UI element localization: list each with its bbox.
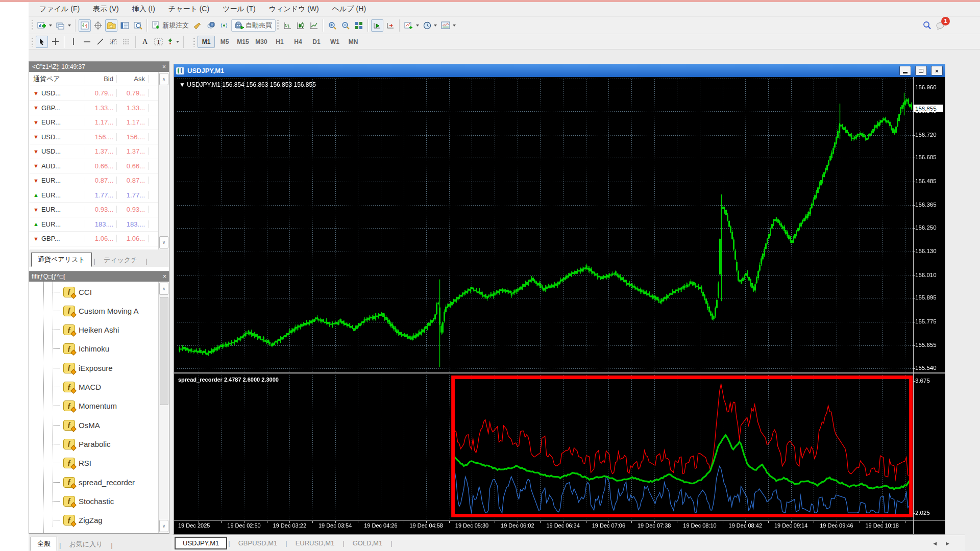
navigator-item-spread-recorder[interactable]: ƒspread_recorder — [53, 476, 135, 488]
navigator-item-zigzag[interactable]: ƒZigZag — [53, 514, 103, 527]
notifications-button[interactable]: 1 — [934, 19, 947, 32]
market-watch-scrollbar[interactable]: ∧∨ — [158, 72, 169, 249]
chart-tab-gold-m1[interactable]: GOLD,M1 — [346, 537, 390, 549]
timeframe-button-w1[interactable]: W1 — [326, 36, 344, 48]
navigator-item-cci[interactable]: ƒCCI — [53, 286, 92, 298]
market-watch-row[interactable]: ▼USD...1.37...1.37... — [29, 144, 169, 159]
column-header[interactable]: Bid — [85, 75, 117, 83]
market-watch-row[interactable]: ▼EUR...1.17...1.17... — [29, 115, 169, 130]
market-watch-tab-0[interactable]: 通貨ペアリスト — [31, 253, 92, 267]
market-watch-row[interactable]: ▼GBP...1.06...1.06... — [29, 232, 169, 246]
strategy-tester-button[interactable] — [132, 19, 144, 32]
navigator-item-rsi[interactable]: ƒRSI — [53, 457, 91, 469]
timeframe-button-m30[interactable]: M30 — [253, 36, 270, 48]
chart-tab-gbpusd-m1[interactable]: GBPUSD,M1 — [231, 537, 285, 549]
navigator-tab-1[interactable]: お気に入り — [63, 538, 109, 551]
column-header[interactable]: 通貨ペア — [29, 74, 85, 84]
navigator-item-heiken-ashi[interactable]: ƒHeiken Ashi — [53, 324, 119, 336]
market-watch-titlebar[interactable]: <C"z1•\Z¦: 10:49:37 × — [29, 62, 169, 72]
market-watch-row[interactable]: ▼USD...0.79...0.79... — [29, 86, 169, 101]
timeframe-button-h4[interactable]: H4 — [289, 36, 307, 48]
new-order-button[interactable]: 新規注文 — [150, 19, 190, 32]
metaeditor-button[interactable] — [205, 19, 217, 32]
navigator-item-parabolic[interactable]: ƒParabolic — [53, 438, 111, 450]
market-watch-row[interactable]: ▼USD...156....156.... — [29, 130, 169, 145]
chart-tab-usdjpy-m1[interactable]: USDJPY,M1 — [175, 537, 227, 549]
profiles-button[interactable] — [55, 19, 72, 32]
navigator-scrollbar[interactable]: ∧ ∨ — [158, 282, 169, 533]
toolbar-grip[interactable] — [32, 20, 33, 31]
market-watch-row[interactable]: ▼GBP...1.33...1.33... — [29, 101, 169, 116]
toolbar-grip[interactable] — [32, 37, 33, 47]
navigator-toggle[interactable] — [105, 19, 117, 32]
timeframe-button-m5[interactable]: M5 — [216, 36, 233, 48]
scroll-down-icon[interactable]: ∨ — [159, 520, 168, 532]
menu-item-h[interactable]: ヘルプ (H) — [326, 3, 373, 16]
menu-item-i[interactable]: 挿入 (I) — [126, 3, 162, 16]
indicators-button[interactable] — [403, 19, 421, 32]
timeframe-button-d1[interactable]: D1 — [308, 36, 325, 48]
close-icon[interactable]: × — [163, 273, 166, 280]
templates-button[interactable] — [439, 19, 457, 32]
market-watch-table[interactable]: 通貨ペアBidAsk▼USD...0.79...0.79...▼GBP...1.… — [29, 72, 169, 249]
price-chart-canvas[interactable] — [174, 77, 945, 534]
menu-item-c[interactable]: チャート (C) — [162, 3, 216, 16]
periods-button[interactable] — [422, 19, 438, 32]
chart-titlebar[interactable]: USDJPY,M1 × — [174, 64, 945, 77]
scroll-up-icon[interactable]: ∧ — [159, 283, 168, 295]
navigator-tree[interactable]: ƒCCIƒCustom Moving AƒHeiken AshiƒIchimok… — [29, 282, 169, 534]
chart-bars-button[interactable] — [281, 19, 293, 32]
cursor-button[interactable] — [36, 36, 48, 48]
timeframe-button-h1[interactable]: H1 — [271, 36, 288, 48]
market-watch-row[interactable]: ▼EUR...0.87...0.87... — [29, 173, 169, 188]
market-watch-row[interactable]: ▲EUR...183....183.... — [29, 217, 169, 232]
signals-button[interactable] — [218, 19, 230, 32]
navigator-item-osma[interactable]: ƒOsMA — [53, 419, 100, 431]
search-button[interactable] — [921, 19, 933, 32]
menu-item-w[interactable]: ウィンドウ (W) — [262, 3, 326, 16]
navigator-titlebar[interactable]: ﬁﬁrƒQ□[ƒ^□[ × — [29, 271, 169, 282]
scroll-up-icon[interactable]: ∧ — [159, 73, 168, 85]
market-watch-row[interactable]: ▲EUR...1.77...1.77... — [29, 188, 169, 203]
market-watch-row[interactable]: ▼EUR...0.93...0.93... — [29, 203, 169, 217]
market-watch-tab-1[interactable]: ティックチ — [97, 254, 144, 267]
vertical-line-button[interactable] — [67, 36, 80, 48]
restore-button[interactable] — [915, 66, 927, 76]
zoom-out-button[interactable] — [339, 19, 352, 32]
tile-windows-button[interactable] — [353, 19, 365, 32]
menu-item-t[interactable]: ツール (T) — [216, 3, 262, 16]
column-header[interactable]: Ask — [117, 75, 149, 83]
trendline-button[interactable] — [94, 36, 106, 48]
auto-scroll-toggle[interactable] — [371, 19, 383, 32]
close-button[interactable]: × — [931, 66, 943, 76]
timeframe-button-mn[interactable]: MN — [345, 36, 362, 48]
scrollbar-thumb[interactable] — [160, 297, 168, 405]
navigator-item-ichimoku[interactable]: ƒIchimoku — [53, 343, 109, 355]
zoom-in-button[interactable] — [326, 19, 338, 32]
data-window-button[interactable] — [92, 19, 104, 32]
tabs-scroll-left-icon[interactable]: ◄ — [932, 540, 938, 546]
equidistant-channel-button[interactable] — [120, 36, 133, 48]
market-watch-toggle[interactable] — [79, 19, 91, 32]
chart-candles-button[interactable] — [295, 19, 307, 32]
crosshair-button[interactable] — [49, 36, 61, 48]
arrows-button[interactable] — [165, 36, 181, 48]
close-icon[interactable]: × — [162, 64, 166, 70]
navigator-tab-0[interactable]: 全般 — [31, 537, 57, 551]
fibonacci-button[interactable]: f — [107, 36, 119, 48]
tabs-scroll-right-icon[interactable]: ► — [945, 540, 950, 546]
menu-item-f[interactable]: ファイル (F) — [33, 3, 86, 16]
text-label-button[interactable]: T — [152, 36, 164, 48]
minimize-button[interactable] — [899, 66, 911, 76]
navigator-item-custom-moving-a[interactable]: ƒCustom Moving A — [53, 305, 139, 317]
navigator-item-macd[interactable]: ƒMACD — [53, 381, 101, 393]
toolbar-grip[interactable] — [193, 37, 195, 47]
text-button[interactable]: A — [139, 36, 151, 48]
menu-item-v[interactable]: 表示 (V) — [86, 3, 126, 16]
scroll-down-icon[interactable]: ∨ — [159, 236, 168, 248]
terminal-toggle[interactable] — [118, 19, 131, 32]
timeframe-button-m15[interactable]: M15 — [234, 36, 252, 48]
new-chart-button[interactable] — [36, 19, 54, 32]
chart-line-button[interactable] — [308, 19, 320, 32]
horizontal-line-button[interactable] — [81, 36, 93, 48]
